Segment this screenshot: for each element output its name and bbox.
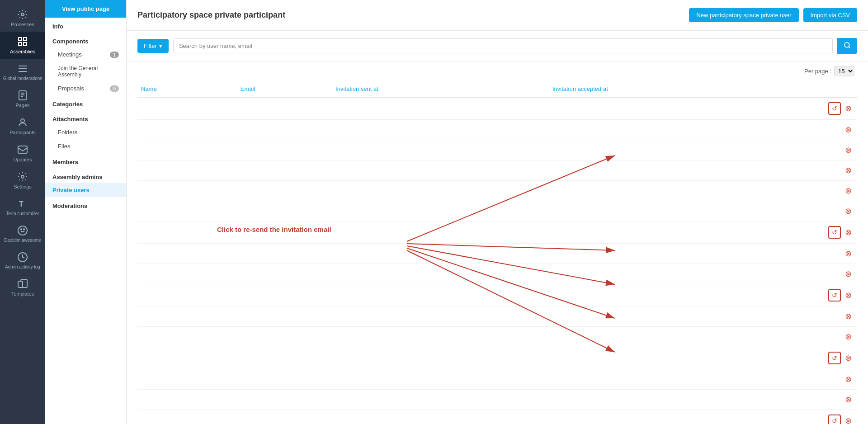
search-input[interactable] [173,38,833,53]
cell-actions: ⊗ [821,244,857,264]
cell-actions: ↺ ⊗ [821,221,857,244]
cell-accepted-at [549,201,821,221]
sidebar-item-decidim-awesome[interactable]: Decidim awesome [0,221,45,247]
cell-accepted-at [549,369,821,390]
cell-sent-at [332,140,549,160]
cell-name [137,221,237,244]
nav-item-files[interactable]: Files [45,139,126,153]
sidebar-item-admin-activity-log[interactable]: Admin activity log [0,247,45,274]
cell-actions: ⊗ [821,327,857,347]
sidebar-item-assemblies[interactable]: Assemblies [0,32,45,59]
delete-button[interactable]: ⊗ [843,165,854,176]
cell-email [237,306,332,327]
nav-item-meetings[interactable]: Meetings 1 [45,47,126,61]
delete-button[interactable]: ⊗ [843,248,854,259]
sidebar-item-processes[interactable]: Processes [0,5,45,32]
new-private-user-button[interactable]: New participatory space private user [689,8,798,22]
nav-item-folders[interactable]: Folders [45,125,126,139]
sidebar-item-settings[interactable]: Settings [0,167,45,194]
col-name[interactable]: Name [137,81,237,97]
cell-actions: ⊗ [821,369,857,390]
cell-actions: ⊗ [821,264,857,284]
nav-section-categories: Categories [45,95,126,110]
delete-button[interactable]: ⊗ [843,353,854,363]
delete-button[interactable]: ⊗ [843,145,854,155]
sidebar-label-updates: Updates [14,157,32,162]
sidebar-item-term-customizer[interactable]: T Term customizer [0,194,45,221]
icon-sidebar: Processes Assemblies Global moderations … [0,0,45,424]
svg-point-12 [24,229,24,230]
col-actions [821,81,857,97]
cell-name [137,97,237,120]
resend-invitation-button[interactable]: ↺ [828,415,841,424]
cell-accepted-at [549,181,821,201]
filter-button[interactable]: Filter ▾ [137,39,169,53]
cell-sent-at [332,244,549,264]
delete-button[interactable]: ⊗ [843,394,854,405]
header-buttons: New participatory space private user Imp… [689,8,857,22]
cell-sent-at [332,390,549,410]
delete-button[interactable]: ⊗ [843,290,854,301]
table-row: ⊗ [137,264,857,284]
cell-accepted-at [549,97,821,120]
delete-button[interactable]: ⊗ [843,331,854,342]
resend-invitation-button[interactable]: ↺ [828,226,841,239]
cell-sent-at [332,264,549,284]
cell-email [237,284,332,306]
cell-email [237,120,332,140]
col-invitation-sent[interactable]: Invitation sent at [332,81,549,97]
nav-section-components: Components [45,33,126,47]
cell-actions: ↺ ⊗ [821,97,857,120]
cell-email [237,181,332,201]
delete-button[interactable]: ⊗ [843,415,854,424]
cell-email [237,327,332,347]
cell-email [237,160,332,181]
sidebar-label-assemblies: Assemblies [10,49,35,54]
nav-item-proposals[interactable]: Proposals 0 [45,81,126,95]
col-email[interactable]: Email [237,81,332,97]
sidebar-label-term-customizer: Term customizer [6,211,39,216]
per-page-select[interactable]: 15 25 50 [834,66,854,76]
sidebar-label-global-moderations: Global moderations [3,76,42,81]
cell-actions: ↺ ⊗ [821,410,857,424]
sidebar-item-participants[interactable]: Participants [0,113,45,140]
sidebar-item-templates[interactable]: Templates [0,274,45,301]
col-invitation-accepted[interactable]: Invitation accepted at [549,81,821,97]
cell-accepted-at [549,160,821,181]
cell-name [137,390,237,410]
delete-button[interactable]: ⊗ [843,103,854,114]
sidebar-item-pages[interactable]: Pages [0,85,45,113]
nav-item-join-general-assembly[interactable]: Join the General Assembly [45,61,126,81]
delete-button[interactable]: ⊗ [843,311,854,322]
table-row: ↺ ⊗ [137,221,857,244]
table-row: ↺ ⊗ [137,347,857,369]
delete-button[interactable]: ⊗ [843,185,854,196]
nav-section-private-users[interactable]: Private users [45,183,126,197]
cell-email [237,264,332,284]
cell-email [237,410,332,424]
sidebar-item-global-moderations[interactable]: Global moderations [0,59,45,85]
delete-button[interactable]: ⊗ [843,374,854,385]
search-button[interactable] [837,38,857,54]
view-public-page-button[interactable]: View public page [45,0,126,18]
cell-sent-at [332,327,549,347]
svg-rect-2 [24,38,27,41]
delete-button[interactable]: ⊗ [843,206,854,217]
resend-invitation-button[interactable]: ↺ [828,289,841,302]
main-content: Participatory space private participant … [127,0,868,424]
delete-button[interactable]: ⊗ [843,227,854,238]
cell-sent-at [332,410,549,424]
cell-email [237,347,332,369]
nav-section-info[interactable]: Info [45,18,126,33]
cell-name [137,160,237,181]
main-header: Participatory space private participant … [127,0,868,31]
sidebar-label-templates: Templates [11,291,34,297]
sidebar-label-pages: Pages [15,103,29,108]
delete-button[interactable]: ⊗ [843,124,854,135]
import-csv-button[interactable]: Import via CSV [803,8,857,22]
resend-invitation-button[interactable]: ↺ [828,352,841,364]
sidebar-item-updates[interactable]: Updates [0,140,45,167]
resend-invitation-button[interactable]: ↺ [828,102,841,115]
delete-button[interactable]: ⊗ [843,269,854,279]
svg-point-6 [21,119,24,122]
